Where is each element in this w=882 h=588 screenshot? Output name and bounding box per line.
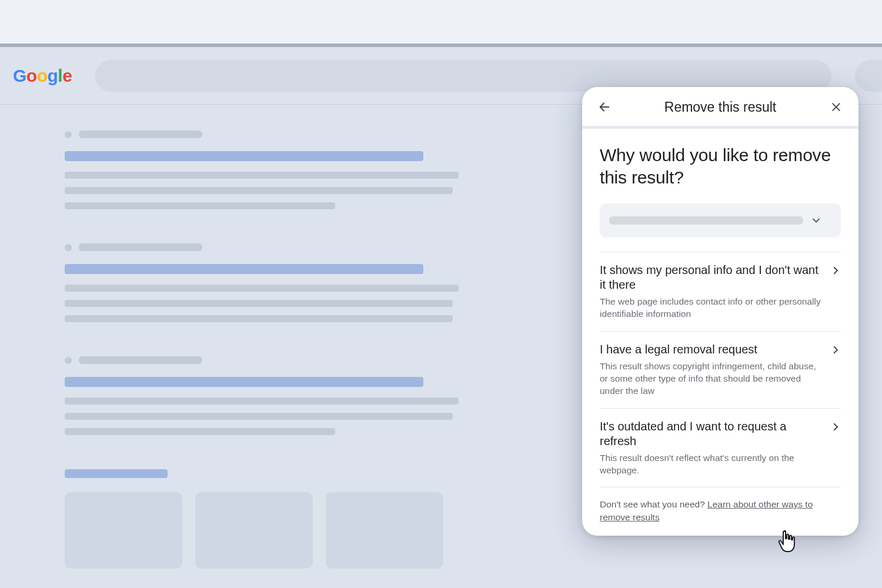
snippet-line [65, 202, 335, 209]
favicon-placeholder [65, 357, 72, 364]
option-desc: This result shows copyright infringement… [600, 360, 822, 397]
search-page: Google [0, 47, 882, 588]
card-row [65, 492, 529, 569]
close-button[interactable] [827, 98, 846, 116]
chevron-right-icon [830, 342, 841, 397]
snippet-line [65, 428, 335, 435]
dialog-body: Why would you like to remove this result… [582, 129, 858, 536]
option-desc: This result doesn't reflect what's curre… [600, 452, 822, 477]
option-title: It shows my personal info and I don't wa… [600, 263, 822, 292]
option-title: It's outdated and I want to request a re… [600, 419, 822, 449]
result-meta [65, 131, 529, 138]
chevron-right-icon [830, 263, 841, 320]
arrow-left-icon [598, 101, 611, 113]
option-title: I have a legal removal request [600, 342, 822, 357]
result-title-placeholder[interactable] [65, 377, 423, 387]
dialog-title: Remove this result [664, 99, 776, 115]
snippet-line [65, 413, 453, 420]
result-item [65, 469, 529, 569]
snippet-line [65, 187, 453, 194]
url-placeholder [79, 356, 202, 364]
section-heading-placeholder [65, 469, 168, 478]
dialog-footer: Don't see what you need? Learn about oth… [600, 487, 841, 523]
result-title-placeholder[interactable] [65, 151, 423, 161]
option-desc: The web page includes contact info or ot… [600, 296, 822, 320]
footer-prefix: Don't see what you need? [600, 499, 707, 509]
result-meta [65, 356, 529, 364]
dialog-question: Why would you like to remove this result… [600, 144, 841, 188]
reason-dropdown[interactable] [600, 203, 841, 238]
snippet-line [65, 315, 453, 322]
chevron-down-icon [810, 215, 822, 226]
snippet-line [65, 285, 459, 292]
favicon-placeholder [65, 244, 72, 251]
account-button-stub[interactable] [855, 60, 882, 92]
result-item [65, 243, 529, 322]
option-personal-info[interactable]: It shows my personal info and I don't wa… [600, 252, 841, 331]
snippet-line [65, 172, 459, 179]
option-legal-request[interactable]: I have a legal removal request This resu… [600, 331, 841, 408]
favicon-placeholder [65, 131, 72, 138]
result-item [65, 131, 529, 209]
outer-band [0, 0, 882, 44]
results-area [0, 105, 529, 569]
result-meta [65, 243, 529, 251]
option-outdated[interactable]: It's outdated and I want to request a re… [600, 408, 841, 487]
back-button[interactable] [595, 98, 614, 116]
card-placeholder[interactable] [65, 492, 182, 569]
dropdown-placeholder [609, 216, 803, 225]
url-placeholder [79, 243, 202, 251]
card-placeholder[interactable] [195, 492, 313, 569]
remove-result-dialog: Remove this result Why would you like to… [582, 87, 858, 536]
dialog-header: Remove this result [582, 87, 858, 126]
card-placeholder[interactable] [326, 492, 443, 569]
snippet-line [65, 397, 459, 405]
chevron-right-icon [830, 419, 841, 477]
snippet-line [65, 300, 453, 307]
close-icon [830, 101, 842, 113]
google-logo[interactable]: Google [13, 66, 72, 86]
url-placeholder [79, 131, 202, 138]
result-title-placeholder[interactable] [65, 264, 423, 274]
result-item [65, 356, 529, 435]
